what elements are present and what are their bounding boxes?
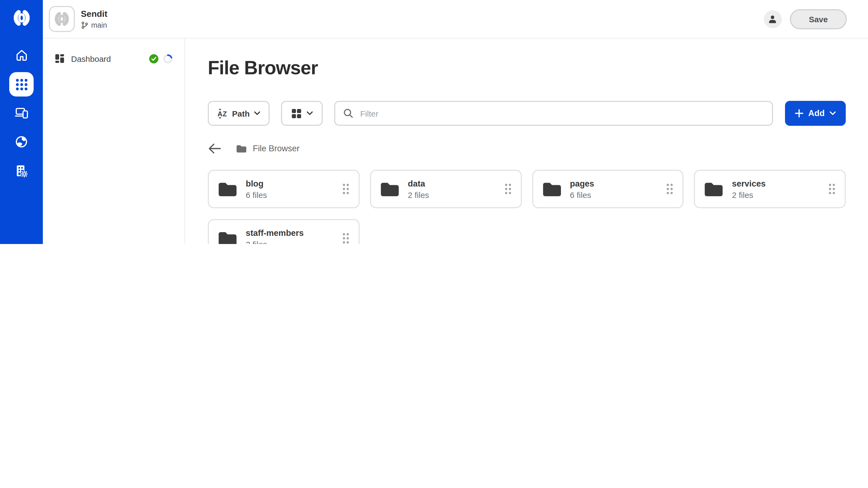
chevron-down-icon bbox=[306, 111, 313, 116]
person-icon bbox=[767, 13, 778, 24]
folder-count: 6 files bbox=[246, 190, 267, 199]
folder-icon bbox=[218, 230, 237, 244]
folder-info: staff-members 2 files bbox=[246, 228, 304, 244]
sidebar-item-dashboard[interactable]: Dashboard bbox=[49, 48, 179, 69]
toolbar: A Z Path bbox=[208, 101, 846, 126]
drag-handle-icon[interactable] bbox=[504, 183, 512, 195]
folder-info: blog 6 files bbox=[246, 178, 267, 199]
account-button[interactable] bbox=[764, 10, 782, 28]
dashboard-label: Dashboard bbox=[71, 54, 111, 63]
apps-grid-icon bbox=[9, 72, 34, 97]
folder-card[interactable]: staff-members 2 files bbox=[208, 219, 360, 244]
add-button[interactable]: Add bbox=[785, 101, 846, 126]
sort-az-icon: A Z bbox=[217, 108, 227, 119]
sidebar-item-site[interactable] bbox=[15, 135, 28, 148]
drag-handle-icon[interactable] bbox=[342, 183, 350, 195]
folder-name: pages bbox=[570, 178, 594, 188]
folder-grid: blog 6 files data 2 files pages 6 files bbox=[208, 170, 846, 244]
folder-count: 2 files bbox=[732, 190, 766, 199]
drag-handle-icon[interactable] bbox=[666, 183, 674, 195]
folder-info: data 2 files bbox=[408, 178, 429, 199]
globe-icon bbox=[15, 135, 28, 148]
chevron-down-icon bbox=[830, 111, 836, 116]
breadcrumb-label: File Browser bbox=[253, 143, 300, 153]
success-check-icon bbox=[149, 54, 158, 63]
save-button[interactable]: Save bbox=[790, 9, 847, 29]
folder-icon bbox=[704, 181, 723, 197]
sidebar-item-business[interactable] bbox=[14, 164, 28, 178]
folder-icon bbox=[218, 181, 237, 197]
top-header: Sendit main bbox=[43, 0, 868, 38]
folder-count: 2 files bbox=[246, 239, 304, 244]
folder-icon bbox=[380, 181, 399, 197]
folder-card[interactable]: data 2 files bbox=[370, 170, 522, 208]
devices-icon bbox=[14, 107, 28, 119]
view-toggle-button[interactable] bbox=[281, 101, 323, 126]
drag-handle-icon[interactable] bbox=[342, 232, 350, 244]
folder-info: services 2 files bbox=[732, 178, 766, 199]
header-actions: Save bbox=[764, 9, 847, 29]
folder-card[interactable]: services 2 files bbox=[694, 170, 846, 208]
secondary-sidebar: Dashboard Developer bbox=[43, 38, 185, 244]
sidebar-item-apps[interactable] bbox=[9, 72, 34, 97]
site-logo-icon bbox=[49, 6, 75, 32]
add-label: Add bbox=[808, 108, 825, 118]
home-icon bbox=[15, 49, 28, 62]
folder-name: services bbox=[732, 178, 766, 188]
folder-name: data bbox=[408, 178, 429, 188]
sort-button[interactable]: A Z Path bbox=[208, 101, 270, 126]
folder-card[interactable]: blog 6 files bbox=[208, 170, 360, 208]
loading-spinner-icon bbox=[163, 54, 173, 63]
filter-field[interactable] bbox=[334, 101, 773, 126]
filter-input[interactable] bbox=[359, 108, 764, 119]
folder-count: 2 files bbox=[408, 190, 429, 199]
branch-row: main bbox=[81, 21, 107, 29]
folder-icon bbox=[236, 144, 246, 153]
search-icon bbox=[343, 108, 353, 118]
folder-count: 6 files bbox=[570, 190, 594, 199]
app-root: Sendit main bbox=[0, 0, 868, 244]
drag-handle-icon[interactable] bbox=[828, 183, 836, 195]
page-title: File Browser bbox=[208, 56, 846, 79]
folder-name: blog bbox=[246, 178, 267, 188]
main-content: File Browser A Z Path bbox=[185, 38, 868, 244]
dashboard-status bbox=[149, 54, 173, 63]
folder-info: pages 6 files bbox=[570, 178, 594, 199]
sidebar-item-home[interactable] bbox=[15, 49, 28, 62]
svg-text:Z: Z bbox=[222, 110, 226, 118]
folder-name: staff-members bbox=[246, 228, 304, 238]
chevron-down-icon bbox=[254, 111, 261, 116]
building-gear-icon bbox=[14, 164, 28, 178]
folder-icon bbox=[542, 181, 561, 197]
grid-view-icon bbox=[291, 108, 301, 119]
plus-icon bbox=[795, 109, 803, 118]
app-logo-icon bbox=[12, 9, 31, 27]
sort-label: Path bbox=[232, 109, 250, 118]
sidebar-item-devices[interactable] bbox=[14, 107, 28, 119]
back-button[interactable] bbox=[208, 142, 221, 154]
svg-text:A: A bbox=[217, 110, 222, 118]
site-meta: Sendit main bbox=[81, 9, 107, 29]
breadcrumb: File Browser bbox=[208, 139, 846, 157]
branch-name: main bbox=[91, 21, 107, 29]
folder-card[interactable]: pages 6 files bbox=[532, 170, 684, 208]
dashboard-icon bbox=[55, 54, 65, 63]
site-name: Sendit bbox=[81, 9, 107, 19]
primary-sidebar bbox=[0, 0, 43, 244]
git-branch-icon bbox=[81, 21, 88, 29]
